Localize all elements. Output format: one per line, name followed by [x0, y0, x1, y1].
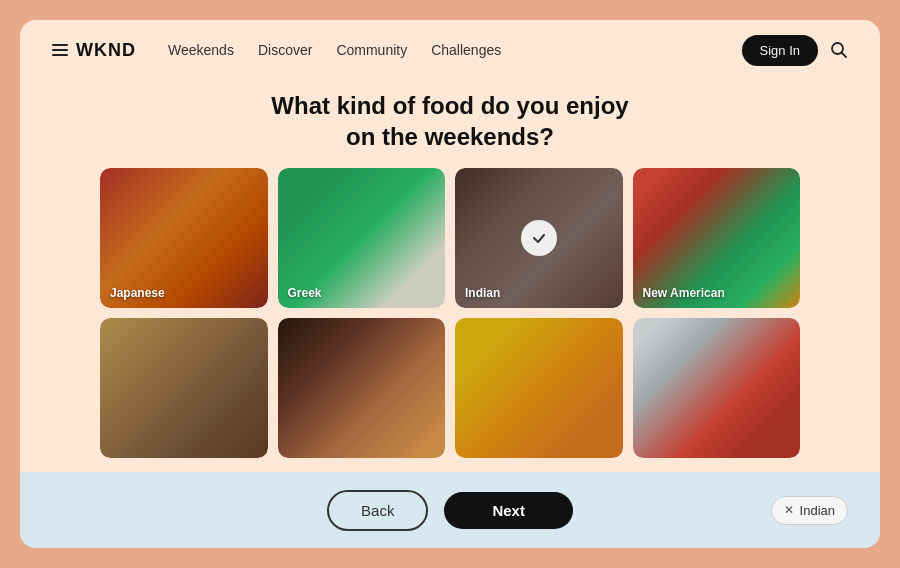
- card-new-american-label: New American: [643, 286, 725, 300]
- search-button[interactable]: [830, 41, 848, 59]
- card-citrus-overlay: [455, 318, 623, 458]
- sign-in-button[interactable]: Sign In: [742, 35, 818, 66]
- header: WKND Weekends Discover Community Challen…: [20, 20, 880, 80]
- bottom-bar: Back Next ✕ Indian: [20, 472, 880, 548]
- food-grid-wrapper: Japanese Greek Indian: [20, 168, 880, 472]
- app-container: WKND Weekends Discover Community Challen…: [20, 20, 880, 548]
- food-card-noodles[interactable]: [278, 318, 446, 458]
- next-button[interactable]: Next: [444, 492, 573, 529]
- card-japanese-label: Japanese: [110, 286, 165, 300]
- card-fries-overlay: [100, 318, 268, 458]
- selected-tag-x-icon: ✕: [784, 503, 794, 517]
- nav-community[interactable]: Community: [336, 42, 407, 58]
- food-card-citrus[interactable]: [455, 318, 623, 458]
- card-sashimi-overlay: [633, 318, 801, 458]
- food-card-sashimi[interactable]: [633, 318, 801, 458]
- nav-links: Weekends Discover Community Challenges: [168, 42, 742, 58]
- nav-challenges[interactable]: Challenges: [431, 42, 501, 58]
- food-card-fries[interactable]: [100, 318, 268, 458]
- nav-weekends[interactable]: Weekends: [168, 42, 234, 58]
- card-noodles-overlay: [278, 318, 446, 458]
- selected-tag-indian[interactable]: ✕ Indian: [771, 496, 848, 525]
- back-button[interactable]: Back: [327, 490, 428, 531]
- page-title: What kind of food do you enjoy on the we…: [20, 90, 880, 152]
- svg-line-1: [842, 53, 847, 58]
- page-title-section: What kind of food do you enjoy on the we…: [20, 80, 880, 168]
- logo: WKND: [76, 40, 136, 61]
- card-greek-label: Greek: [288, 286, 322, 300]
- menu-icon[interactable]: [52, 44, 68, 56]
- food-card-indian[interactable]: Indian: [455, 168, 623, 308]
- search-icon: [830, 41, 848, 59]
- nav-discover[interactable]: Discover: [258, 42, 312, 58]
- selected-tag-label: Indian: [800, 503, 835, 518]
- card-indian-label: Indian: [465, 286, 500, 300]
- header-actions: Sign In: [742, 35, 848, 66]
- food-card-greek[interactable]: Greek: [278, 168, 446, 308]
- food-card-japanese[interactable]: Japanese: [100, 168, 268, 308]
- food-card-new-american[interactable]: New American: [633, 168, 801, 308]
- card-indian-check: [521, 220, 557, 256]
- food-grid: Japanese Greek Indian: [100, 168, 800, 458]
